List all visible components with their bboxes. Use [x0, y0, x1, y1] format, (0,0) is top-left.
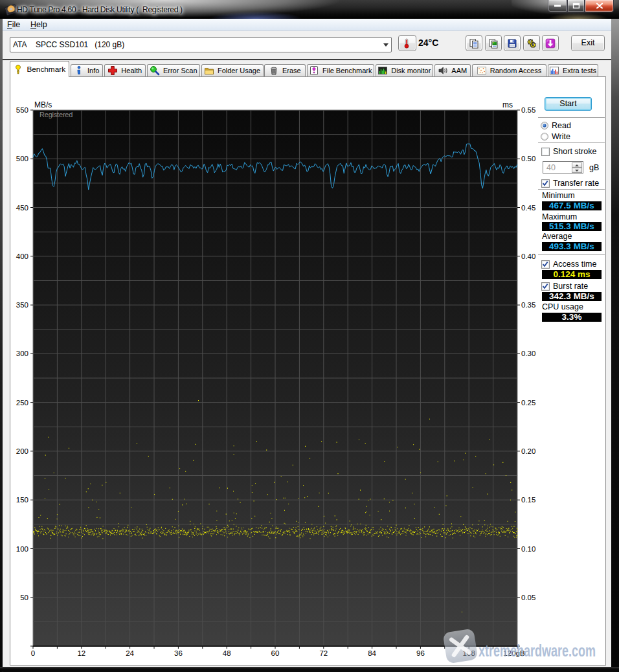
- svg-text:36: 36: [174, 649, 183, 657]
- svg-text:xtremehardware.com: xtremehardware.com: [478, 642, 596, 660]
- svg-text:12: 12: [77, 649, 85, 657]
- svg-text:0: 0: [31, 649, 35, 657]
- svg-text:0.25: 0.25: [521, 399, 535, 407]
- svg-text:500: 500: [16, 155, 28, 162]
- svg-text:0.40: 0.40: [521, 252, 535, 260]
- svg-text:96: 96: [416, 649, 425, 657]
- svg-text:150: 150: [16, 496, 28, 504]
- svg-text:24: 24: [126, 649, 134, 657]
- svg-text:250: 250: [16, 399, 28, 407]
- svg-text:0.35: 0.35: [521, 301, 535, 309]
- svg-text:84: 84: [368, 649, 376, 657]
- svg-text:0.15: 0.15: [521, 496, 535, 504]
- svg-text:100: 100: [16, 545, 28, 553]
- svg-text:550: 550: [16, 106, 28, 114]
- svg-text:200: 200: [16, 447, 28, 455]
- svg-text:300: 300: [16, 350, 28, 357]
- svg-text:48: 48: [223, 649, 231, 657]
- svg-text:72: 72: [319, 649, 328, 657]
- svg-text:0.45: 0.45: [521, 204, 535, 212]
- svg-text:60: 60: [271, 649, 280, 657]
- svg-text:0.55: 0.55: [521, 106, 535, 114]
- svg-text:0.30: 0.30: [521, 350, 535, 357]
- svg-text:50: 50: [20, 594, 28, 601]
- svg-text:0.05: 0.05: [521, 594, 535, 601]
- svg-text:Registered: Registered: [39, 111, 73, 118]
- svg-text:0.50: 0.50: [521, 155, 535, 162]
- svg-text:ms: ms: [502, 100, 513, 109]
- svg-text:450: 450: [16, 204, 28, 212]
- svg-text:0.10: 0.10: [521, 545, 535, 553]
- svg-text:0.20: 0.20: [521, 447, 535, 455]
- svg-text:MB/s: MB/s: [34, 100, 52, 109]
- svg-text:350: 350: [16, 301, 28, 309]
- svg-text:400: 400: [16, 252, 28, 260]
